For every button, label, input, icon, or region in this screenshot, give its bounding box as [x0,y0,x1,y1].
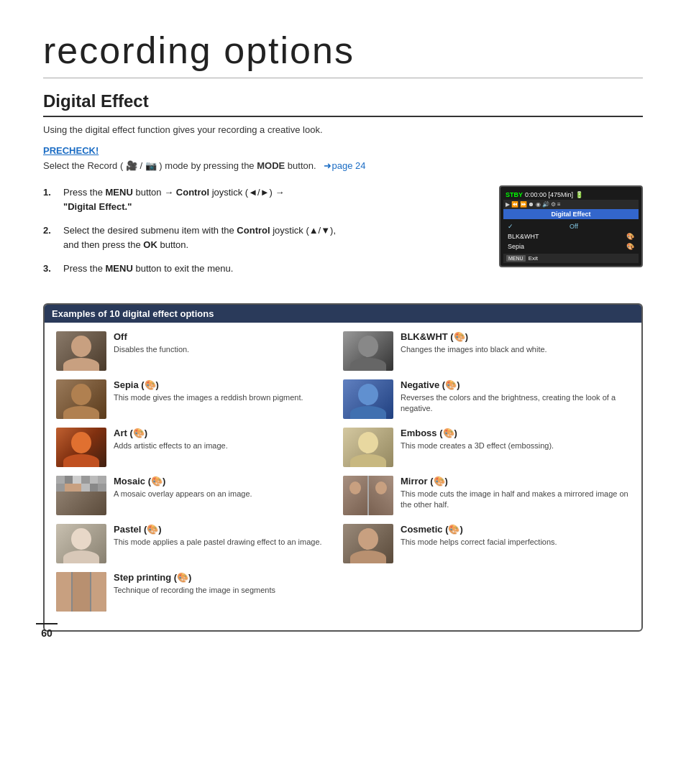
face-step [56,572,106,612]
step-1-text: Press the MENU button → Control joystick… [63,185,284,213]
effect-desc-mirror: This mode cuts the image in half and mak… [401,489,630,511]
cam-menu-item-sepia: Sepia 🎨 [508,241,634,252]
effect-info-mosaic: Mosaic (🎨) A mosaic overlay appears on a… [114,476,343,499]
effect-info-art: Art (🎨) Adds artistic effects to an imag… [114,428,343,451]
cam-sepia-icon: 🎨 [626,243,634,250]
effect-mirror: Mirror (🎨) This mode cuts the image in h… [343,476,630,515]
effect-name-off: Off [114,331,343,342]
cam-icon-7: ⚙ [551,201,556,208]
effect-desc-off: Disables the function. [114,344,343,355]
m8 [65,484,73,492]
effect-name-mirror: Mirror (🎨) [401,476,630,486]
face-body-emboss [350,454,386,467]
face-pastel [56,524,106,563]
effect-name-step: Step printing (🎨) [114,572,343,583]
m4 [81,476,90,484]
examples-col-right: BLK&WHT (🎨) Changes the images into blac… [343,331,630,620]
cam-footer: MENU Exit [503,254,639,263]
cam-icon-3: ⏩ [520,201,527,208]
cam-blkwht-icon: 🎨 [626,233,634,240]
mode-line: Select the Record ( 🎥 / 📷 ) mode by pres… [43,160,643,171]
effect-thumb-mosaic [56,476,106,515]
mode-line-pre: Select the Record ( [43,160,126,171]
effect-info-pastel: Pastel (🎨) This mode applies a pale past… [114,524,343,548]
face-mosaic [56,476,106,515]
effect-thumb-off [56,331,106,371]
face-body-negative [350,406,386,419]
effect-desc-negative: Reverses the colors and the brightness, … [401,392,630,415]
mode-page-ref: ➜page 24 [324,160,365,171]
step-2: 2. Select the desired submenu item with … [43,223,485,252]
effect-emboss: Emboss (🎨) This mode creates a 3D effect… [343,428,630,467]
effect-desc-cosmetic: This mode helps correct facial imperfect… [401,537,630,548]
effect-info-blkwht: BLK&WHT (🎨) Changes the images into blac… [401,331,630,355]
cam-stby: STBY [506,191,523,198]
effect-info-step: Step printing (🎨) Technique of recording… [114,572,343,596]
face-negative [343,379,393,419]
effect-thumb-emboss [343,428,393,467]
face-cosmetic [343,524,393,563]
mirror-face-l [349,481,361,494]
mode-icons: 🎥 / 📷 [126,160,157,171]
effect-thumb-negative [343,379,393,419]
face-body-cosmetic [350,550,386,563]
effect-thumb-pastel [56,524,106,563]
face-circle-off [71,336,91,357]
steps-row: 1. Press the MENU button → Control joyst… [43,185,643,286]
effect-blkwht: BLK&WHT (🎨) Changes the images into blac… [343,331,630,371]
subtitle: Using the digital effect function gives … [43,124,643,135]
m12 [98,484,106,492]
step-slice-2 [73,572,90,612]
step-2-text: Select the desired submenu item with the… [63,223,336,252]
cam-icon-5: ◉ [536,201,541,208]
face-body-art [63,454,99,467]
effect-desc-blkwht: Changes the images into black and white. [401,344,630,355]
effect-info-cosmetic: Cosmetic (🎨) This mode helps correct fac… [401,524,630,548]
step-3-text: Press the MENU button to exit the menu. [63,262,233,276]
step-3-num: 3. [43,262,58,276]
effect-name-blkwht: BLK&WHT (🎨) [401,331,630,342]
cam-icon-4: ⏺ [529,201,534,208]
page-container: recording options Digital Effect Using t… [0,0,686,660]
face-sepia [56,379,106,419]
effect-desc-art: Adds artistic effects to an image. [114,441,343,451]
face-body-sepia [63,406,99,419]
step-slice-3 [90,572,106,612]
face-circle-negative [358,384,378,405]
effect-sepia: Sepia (🎨) This mode gives the images a r… [56,379,343,419]
step-3: 3. Press the MENU button to exit the men… [43,262,485,276]
cam-sepia-label: Sepia [508,243,524,250]
effect-negative: Negative (🎨) Reverses the colors and the… [343,379,630,419]
face-mirror [343,476,393,515]
face-circle-blkwht [358,336,378,357]
cam-icon-1: ▶ [506,201,510,208]
mirror-face-r [375,481,387,494]
m2 [65,476,73,484]
effect-cosmetic: Cosmetic (🎨) This mode helps correct fac… [343,524,630,563]
cam-menu-item-off: ✓ Off [508,221,634,231]
page-title: recording options [43,29,643,78]
effect-desc-pastel: This mode applies a pale pastel drawing … [114,537,343,548]
m11 [90,484,99,492]
face-body-pastel [63,550,99,563]
face-circle-emboss [358,432,378,453]
effect-desc-sepia: This mode gives the images a reddish bro… [114,392,343,403]
section-title: Digital Effect [43,91,643,117]
steps-column: 1. Press the MENU button → Control joyst… [43,185,485,286]
effect-art: Art (🎨) Adds artistic effects to an imag… [56,428,343,467]
m10 [81,484,90,492]
mode-line-mid: ) mode by pressing the [159,160,257,171]
mirror-right [369,476,393,515]
effect-name-negative: Negative (🎨) [401,379,630,390]
effect-thumb-sepia [56,379,106,419]
face-emboss [343,428,393,467]
face-circle-sepia [71,384,91,405]
effect-info-mirror: Mirror (🎨) This mode cuts the image in h… [401,476,630,511]
mode-bold: MODE [257,160,285,171]
effect-step-printing: Step printing (🎨) Technique of recording… [56,572,343,612]
effect-name-art: Art (🎨) [114,428,343,438]
step-1: 1. Press the MENU button → Control joyst… [43,185,485,213]
effect-name-emboss: Emboss (🎨) [401,428,630,438]
effect-off: Off Disables the function. [56,331,343,371]
face-art [56,428,106,467]
